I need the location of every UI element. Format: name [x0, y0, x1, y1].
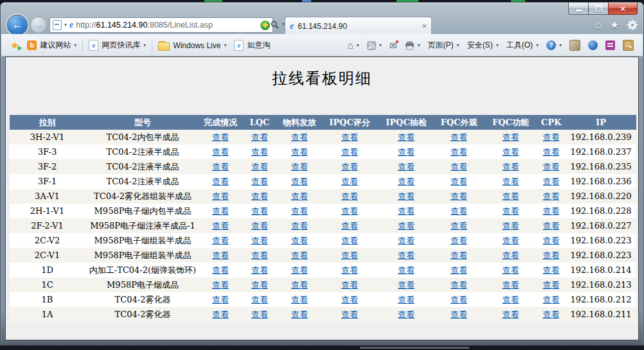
view-link[interactable]: 查看: [451, 236, 467, 245]
view-link[interactable]: 查看: [212, 132, 229, 142]
view-link[interactable]: 查看: [503, 236, 519, 245]
view-link[interactable]: 查看: [543, 265, 560, 275]
view-link[interactable]: 查看: [212, 295, 229, 304]
chevron-down-icon[interactable]: ▾: [64, 22, 67, 28]
view-link[interactable]: 查看: [398, 162, 415, 171]
view-link[interactable]: 查看: [291, 191, 308, 201]
addon-button-2[interactable]: [584, 39, 602, 52]
view-link[interactable]: 查看: [543, 236, 560, 245]
view-link[interactable]: 查看: [341, 236, 358, 245]
close-button[interactable]: ×: [608, 3, 638, 15]
view-link[interactable]: 查看: [212, 310, 229, 319]
view-link[interactable]: 查看: [398, 191, 415, 201]
view-link[interactable]: 查看: [251, 280, 268, 290]
view-link[interactable]: 查看: [398, 236, 415, 245]
home-icon[interactable]: ⌂: [595, 20, 602, 30]
addon-button-4[interactable]: [619, 38, 638, 53]
view-link[interactable]: 查看: [543, 295, 560, 304]
print-button[interactable]: ▾: [401, 39, 424, 52]
view-link[interactable]: 查看: [291, 147, 308, 157]
view-link[interactable]: 查看: [251, 295, 268, 304]
view-link[interactable]: 查看: [451, 206, 467, 216]
view-link[interactable]: 查看: [212, 280, 229, 290]
favorites-star-icon[interactable]: ★: [610, 20, 619, 30]
view-link[interactable]: 查看: [251, 132, 268, 142]
view-link[interactable]: 查看: [341, 177, 358, 186]
view-link[interactable]: 查看: [398, 132, 415, 142]
view-link[interactable]: 查看: [398, 280, 415, 290]
view-link[interactable]: 查看: [503, 221, 519, 231]
url-text[interactable]: http://61.145.214.90:8085/LineList.asp: [76, 21, 258, 30]
home-menu-button[interactable]: ⌂▾: [344, 39, 363, 52]
view-link[interactable]: 查看: [251, 310, 268, 319]
view-link[interactable]: 查看: [341, 221, 358, 231]
view-link[interactable]: 查看: [451, 147, 467, 157]
view-link[interactable]: 查看: [451, 162, 467, 171]
addon-button-1[interactable]: [566, 38, 584, 53]
view-link[interactable]: 查看: [398, 221, 415, 231]
safety-menu[interactable]: 安全(S)▾: [463, 38, 503, 53]
favorites-item-windows-live[interactable]: Windows Live ▾: [154, 39, 230, 53]
add-favorite-button[interactable]: ★: [6, 39, 23, 53]
favorites-item-web-slices[interactable]: e 网页快讯库 ▾: [85, 38, 150, 53]
view-link[interactable]: 查看: [543, 280, 560, 290]
search-icon[interactable]: [271, 21, 279, 29]
address-bar[interactable]: ▾ e http://61.145.214.90:8085/LineList.a…: [49, 17, 273, 33]
view-link[interactable]: 查看: [451, 221, 467, 231]
view-link[interactable]: 查看: [503, 206, 519, 216]
view-link[interactable]: 查看: [543, 177, 560, 186]
view-link[interactable]: 查看: [503, 177, 519, 186]
view-link[interactable]: 查看: [341, 206, 358, 216]
view-link[interactable]: 查看: [543, 206, 560, 216]
view-link[interactable]: 查看: [398, 250, 415, 260]
view-link[interactable]: 查看: [291, 236, 308, 245]
view-link[interactable]: 查看: [212, 162, 229, 171]
view-link[interactable]: 查看: [341, 295, 358, 304]
view-link[interactable]: 查看: [291, 221, 308, 231]
view-link[interactable]: 查看: [543, 132, 560, 142]
help-menu[interactable]: ?▾: [542, 39, 566, 52]
view-link[interactable]: 查看: [341, 191, 358, 201]
view-link[interactable]: 查看: [398, 147, 415, 157]
view-link[interactable]: 查看: [291, 162, 308, 171]
back-button[interactable]: ←: [7, 15, 28, 35]
favorites-item-suggested-sites[interactable]: b 建议网站 ▾: [23, 38, 80, 53]
view-link[interactable]: 查看: [503, 132, 519, 142]
view-link[interactable]: 查看: [503, 295, 519, 304]
view-link[interactable]: 查看: [251, 147, 268, 157]
view-link[interactable]: 查看: [341, 280, 358, 290]
view-link[interactable]: 查看: [251, 191, 268, 201]
view-link[interactable]: 查看: [451, 132, 467, 142]
view-link[interactable]: 查看: [212, 177, 229, 186]
view-link[interactable]: 查看: [291, 265, 308, 275]
view-link[interactable]: 查看: [341, 132, 358, 142]
view-link[interactable]: 查看: [251, 265, 268, 275]
view-link[interactable]: 查看: [543, 221, 560, 231]
browser-tab[interactable]: e 61.145.214.90 ×: [285, 17, 432, 35]
view-link[interactable]: 查看: [251, 177, 268, 186]
view-link[interactable]: 查看: [398, 310, 415, 319]
view-link[interactable]: 查看: [341, 162, 358, 171]
page-icon[interactable]: [53, 20, 62, 30]
view-link[interactable]: 查看: [291, 250, 308, 260]
view-link[interactable]: 查看: [503, 280, 519, 290]
tools-menu[interactable]: 工具(O)▾: [503, 38, 542, 53]
view-link[interactable]: 查看: [503, 265, 519, 275]
forward-button[interactable]: →: [30, 17, 47, 33]
read-mail-button[interactable]: ✉: [386, 39, 401, 52]
view-link[interactable]: 查看: [341, 265, 358, 275]
view-link[interactable]: 查看: [503, 162, 519, 171]
view-link[interactable]: 查看: [341, 250, 358, 260]
view-link[interactable]: 查看: [251, 236, 268, 245]
view-link[interactable]: 查看: [451, 280, 467, 290]
view-link[interactable]: 查看: [341, 147, 358, 157]
view-link[interactable]: 查看: [503, 250, 519, 260]
view-link[interactable]: 查看: [251, 221, 268, 231]
page-menu[interactable]: 页面(P)▾: [424, 38, 463, 53]
view-link[interactable]: 查看: [503, 147, 519, 157]
view-link[interactable]: 查看: [543, 310, 560, 319]
tab-close-icon[interactable]: ×: [422, 22, 427, 30]
addon-status-icon[interactable]: ✚: [260, 21, 270, 30]
view-link[interactable]: 查看: [398, 206, 415, 216]
view-link[interactable]: 查看: [251, 206, 268, 216]
